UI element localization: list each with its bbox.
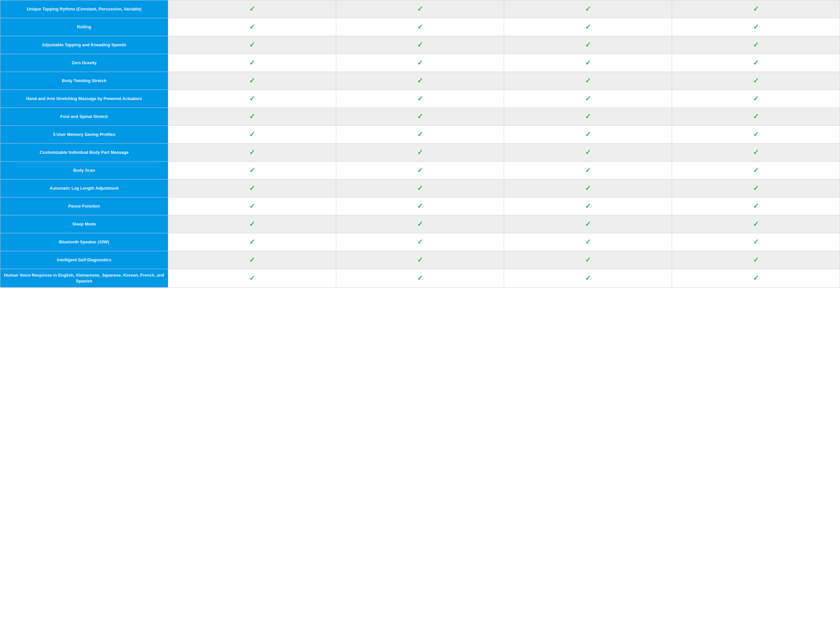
- check-icon: ✓: [753, 274, 759, 282]
- feature-label: 5 User Memory Saving Profiles: [0, 126, 168, 144]
- check-icon: ✓: [249, 202, 255, 210]
- check-cell: ✓: [168, 36, 336, 54]
- table-row: Sleep Mode✓✓✓✓: [0, 215, 840, 233]
- feature-label: Bluetooth Speaker (10W): [0, 233, 168, 251]
- check-cell: ✓: [504, 90, 672, 108]
- check-cell: ✓: [504, 197, 672, 215]
- check-cell: ✓: [504, 54, 672, 72]
- check-icon: ✓: [417, 148, 423, 156]
- check-cell: ✓: [168, 162, 336, 180]
- check-cell: ✓: [168, 0, 336, 18]
- check-icon: ✓: [249, 274, 255, 282]
- table-row: Body Twisting Stretch✓✓✓✓: [0, 72, 840, 90]
- check-icon: ✓: [249, 41, 255, 49]
- check-cell: ✓: [504, 0, 672, 18]
- check-cell: ✓: [672, 54, 840, 72]
- check-cell: ✓: [168, 180, 336, 197]
- feature-label: Zero Gravity: [0, 54, 168, 72]
- check-cell: ✓: [672, 180, 840, 197]
- check-icon: ✓: [753, 256, 759, 264]
- table-row: Unique Tapping Rythms (Constant, Percuss…: [0, 0, 840, 18]
- check-cell: ✓: [504, 144, 672, 162]
- check-cell: ✓: [504, 36, 672, 54]
- check-icon: ✓: [417, 274, 423, 282]
- check-cell: ✓: [168, 251, 336, 269]
- check-icon: ✓: [753, 184, 759, 192]
- check-icon: ✓: [249, 23, 255, 31]
- check-icon: ✓: [417, 202, 423, 210]
- check-cell: ✓: [672, 269, 840, 288]
- table-row: Rolling✓✓✓✓: [0, 18, 840, 36]
- check-icon: ✓: [249, 148, 255, 156]
- feature-label: Human Voice Response in English, Vietnam…: [0, 269, 168, 288]
- check-cell: ✓: [168, 126, 336, 144]
- check-cell: ✓: [168, 269, 336, 288]
- feature-label: Pause Function: [0, 197, 168, 215]
- feature-label: Adjustable Tapping and Kneading Speeds: [0, 36, 168, 54]
- check-cell: ✓: [504, 18, 672, 36]
- check-cell: ✓: [336, 36, 504, 54]
- check-cell: ✓: [504, 180, 672, 197]
- check-cell: ✓: [504, 269, 672, 288]
- check-cell: ✓: [672, 162, 840, 180]
- check-icon: ✓: [753, 112, 759, 121]
- check-icon: ✓: [417, 220, 423, 228]
- check-icon: ✓: [585, 94, 591, 103]
- check-icon: ✓: [417, 5, 423, 13]
- check-icon: ✓: [249, 59, 255, 67]
- check-cell: ✓: [504, 126, 672, 144]
- check-icon: ✓: [585, 256, 591, 264]
- check-icon: ✓: [585, 59, 591, 67]
- comparison-table: Unique Tapping Rythms (Constant, Percuss…: [0, 0, 840, 288]
- check-icon: ✓: [585, 5, 591, 13]
- check-icon: ✓: [249, 166, 255, 174]
- check-cell: ✓: [168, 233, 336, 251]
- check-icon: ✓: [417, 166, 423, 174]
- check-cell: ✓: [336, 269, 504, 288]
- check-cell: ✓: [168, 72, 336, 90]
- check-cell: ✓: [672, 18, 840, 36]
- check-cell: ✓: [504, 162, 672, 180]
- check-icon: ✓: [585, 220, 591, 228]
- check-cell: ✓: [336, 180, 504, 197]
- check-cell: ✓: [672, 215, 840, 233]
- check-cell: ✓: [336, 108, 504, 126]
- check-icon: ✓: [585, 41, 591, 49]
- table-row: Automatic Leg Length Adjustment✓✓✓✓: [0, 180, 840, 197]
- feature-label: Automatic Leg Length Adjustment: [0, 180, 168, 197]
- check-cell: ✓: [168, 197, 336, 215]
- table-row: Customizable Individual Body Part Massag…: [0, 144, 840, 162]
- check-icon: ✓: [249, 256, 255, 264]
- check-icon: ✓: [249, 220, 255, 228]
- check-cell: ✓: [336, 162, 504, 180]
- feature-label: Intelligent Self-Diagnostics: [0, 251, 168, 269]
- check-cell: ✓: [504, 233, 672, 251]
- check-cell: ✓: [168, 215, 336, 233]
- check-cell: ✓: [336, 72, 504, 90]
- feature-label: Body Scan: [0, 162, 168, 180]
- feature-label: Body Twisting Stretch: [0, 72, 168, 90]
- check-cell: ✓: [672, 0, 840, 18]
- check-cell: ✓: [672, 90, 840, 108]
- check-icon: ✓: [753, 23, 759, 31]
- check-icon: ✓: [249, 5, 255, 13]
- feature-label: Foot and Spinal Stretch: [0, 108, 168, 126]
- table-row: Adjustable Tapping and Kneading Speeds✓✓…: [0, 36, 840, 54]
- check-icon: ✓: [585, 77, 591, 85]
- check-icon: ✓: [585, 184, 591, 192]
- table-row: 5 User Memory Saving Profiles✓✓✓✓: [0, 126, 840, 144]
- feature-label: Hand and Arm Stretching Massage by Power…: [0, 90, 168, 108]
- check-icon: ✓: [249, 238, 255, 246]
- check-cell: ✓: [672, 197, 840, 215]
- table-row: Intelligent Self-Diagnostics✓✓✓✓: [0, 251, 840, 269]
- check-cell: ✓: [336, 54, 504, 72]
- check-icon: ✓: [585, 112, 591, 121]
- check-icon: ✓: [753, 148, 759, 156]
- check-cell: ✓: [504, 72, 672, 90]
- check-cell: ✓: [672, 36, 840, 54]
- check-icon: ✓: [753, 94, 759, 103]
- check-cell: ✓: [504, 251, 672, 269]
- table-row: Hand and Arm Stretching Massage by Power…: [0, 90, 840, 108]
- check-cell: ✓: [168, 90, 336, 108]
- check-icon: ✓: [417, 59, 423, 67]
